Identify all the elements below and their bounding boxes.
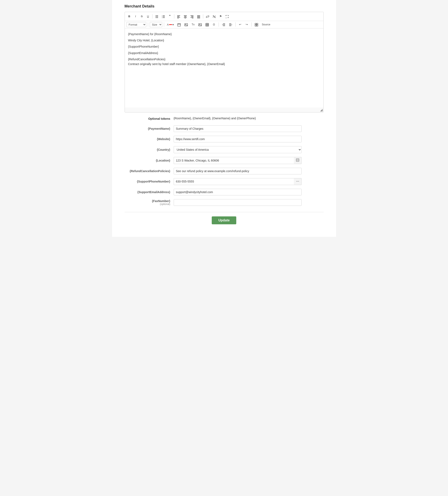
svg-rect-5 bbox=[156, 17, 158, 18]
svg-point-53 bbox=[296, 181, 297, 182]
justify-button[interactable] bbox=[195, 14, 202, 19]
underline-label: U bbox=[147, 15, 149, 18]
insert-image-button[interactable] bbox=[197, 22, 203, 27]
insert-table-button[interactable] bbox=[204, 22, 210, 27]
insert-image-inline-button[interactable] bbox=[183, 22, 189, 27]
ordered-list-button[interactable]: 1.2.3. bbox=[160, 14, 167, 19]
country-label: {Country} bbox=[125, 148, 170, 151]
location-map-button[interactable] bbox=[294, 157, 302, 164]
undo-button[interactable]: ↩ bbox=[237, 22, 243, 27]
country-select[interactable]: United States of America Canada United K… bbox=[174, 146, 302, 153]
payment-name-input[interactable] bbox=[174, 125, 302, 132]
svg-rect-20 bbox=[191, 16, 193, 16]
svg-rect-14 bbox=[177, 17, 180, 17]
align-left-button[interactable] bbox=[176, 14, 182, 19]
ordered-list-icon: 1.2.3. bbox=[162, 15, 165, 18]
svg-rect-4 bbox=[155, 17, 156, 18]
toolbar-row2: Format Heading 1 Heading 2 Paragraph Siz… bbox=[125, 21, 323, 28]
support-email-input[interactable] bbox=[174, 189, 302, 195]
link-button[interactable] bbox=[205, 14, 211, 19]
svg-rect-11 bbox=[163, 17, 165, 18]
clear-format-button[interactable]: Tx bbox=[190, 22, 196, 27]
insert-special-char-button[interactable]: Ω bbox=[211, 22, 217, 27]
align-right-button[interactable] bbox=[189, 14, 195, 19]
svg-point-54 bbox=[297, 181, 298, 182]
phone-options-button[interactable] bbox=[294, 178, 302, 185]
bold-button[interactable]: B bbox=[127, 14, 132, 19]
align-center-button[interactable] bbox=[182, 14, 189, 19]
align-right-icon bbox=[190, 15, 194, 18]
color-swatch bbox=[169, 24, 172, 25]
svg-rect-46 bbox=[229, 25, 231, 25]
svg-rect-15 bbox=[177, 18, 179, 18]
fullscreen-button[interactable] bbox=[224, 14, 230, 19]
svg-rect-49 bbox=[257, 23, 258, 25]
flag-button[interactable]: ⚑ bbox=[218, 14, 224, 19]
image-inline-icon bbox=[184, 23, 188, 26]
svg-rect-27 bbox=[197, 18, 200, 18]
align-center-icon bbox=[184, 15, 187, 18]
support-phone-label: {SupportPhoneNumber} bbox=[125, 180, 170, 183]
show-blocks-button[interactable] bbox=[253, 22, 259, 27]
unordered-list-button[interactable] bbox=[154, 14, 160, 19]
outdent-button[interactable] bbox=[221, 22, 227, 27]
svg-rect-25 bbox=[197, 16, 200, 17]
format-select[interactable]: Format Heading 1 Heading 2 Paragraph bbox=[127, 22, 146, 27]
redo-button[interactable]: ↪ bbox=[244, 22, 250, 27]
calendar-icon bbox=[177, 23, 181, 26]
location-input-group bbox=[174, 157, 302, 164]
support-email-label: {SupportEmailAddress} bbox=[125, 190, 170, 194]
phone-input-group bbox=[174, 178, 302, 185]
source-button[interactable]: Source bbox=[260, 22, 272, 27]
font-color-button[interactable]: A ▾ bbox=[166, 22, 175, 27]
outdent-icon bbox=[222, 23, 225, 26]
fax-label-main: {FaxNumber} bbox=[152, 199, 170, 203]
underline-button[interactable]: U bbox=[145, 14, 151, 19]
strike-label: S bbox=[141, 15, 143, 18]
ellipsis-icon bbox=[296, 180, 299, 183]
link-icon bbox=[206, 15, 209, 18]
location-row: {Location} bbox=[125, 157, 324, 164]
clear-format-label: Tx bbox=[192, 23, 194, 26]
italic-label: I bbox=[135, 15, 136, 18]
show-blocks-icon bbox=[255, 23, 258, 26]
location-input[interactable] bbox=[174, 157, 294, 164]
rich-text-editor: B I S U 1.2.3. " bbox=[125, 12, 324, 112]
svg-rect-43 bbox=[223, 25, 225, 25]
blockquote-button[interactable]: " bbox=[167, 13, 173, 19]
fax-input[interactable] bbox=[174, 199, 302, 206]
form-section: Optional tokens {RoomName}, {OwnerEmail}… bbox=[125, 117, 324, 206]
font-color-label: A bbox=[167, 23, 169, 26]
unlink-icon bbox=[213, 15, 216, 18]
svg-rect-17 bbox=[184, 16, 186, 17]
indent-button[interactable] bbox=[227, 22, 234, 27]
refund-label: {RefundCancellationPolicies} bbox=[125, 170, 170, 173]
svg-rect-45 bbox=[229, 23, 231, 24]
update-button[interactable]: Update bbox=[212, 217, 236, 224]
support-phone-input[interactable] bbox=[174, 178, 294, 185]
svg-text:3.: 3. bbox=[162, 17, 163, 18]
editor-line-5: {RefundCancellationPolicies}Contract ori… bbox=[128, 57, 320, 66]
chevron-down-icon: ▾ bbox=[172, 23, 174, 26]
italic-button[interactable]: I bbox=[133, 14, 139, 19]
payment-name-row: {PaymentName} bbox=[125, 125, 324, 132]
toolbar-row1: B I S U 1.2.3. " bbox=[125, 12, 323, 21]
editor-content-area[interactable]: {PaymentName} for {RoomName} Windy City … bbox=[125, 29, 323, 108]
page-wrapper: Merchant Details B I S U 1.2.3. " bbox=[112, 0, 336, 237]
svg-rect-37 bbox=[206, 23, 208, 26]
size-select[interactable]: Size 8pt 10pt 12pt 14pt bbox=[150, 22, 162, 27]
refund-row: {RefundCancellationPolicies} bbox=[125, 168, 324, 174]
unlink-button[interactable] bbox=[211, 14, 217, 19]
svg-rect-51 bbox=[257, 25, 258, 26]
strikethrough-button[interactable]: S bbox=[139, 14, 145, 19]
bold-label: B bbox=[128, 15, 130, 18]
svg-rect-52 bbox=[296, 159, 299, 162]
refund-input[interactable] bbox=[174, 168, 302, 174]
svg-rect-42 bbox=[223, 23, 225, 24]
insert-date-button[interactable] bbox=[176, 22, 182, 27]
svg-rect-50 bbox=[255, 25, 256, 26]
separator1 bbox=[152, 14, 152, 18]
website-input[interactable] bbox=[174, 136, 302, 142]
country-row: {Country} United States of America Canad… bbox=[125, 146, 324, 153]
editor-line-1: {PaymentName} for {RoomName} bbox=[128, 32, 320, 36]
